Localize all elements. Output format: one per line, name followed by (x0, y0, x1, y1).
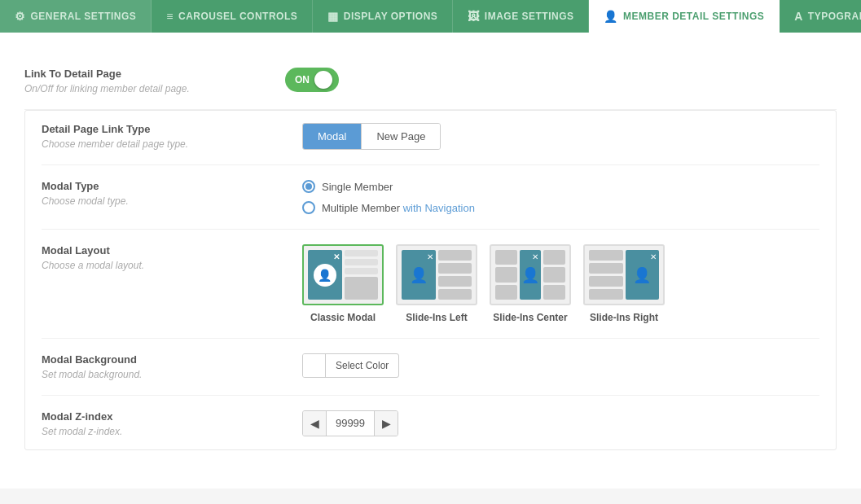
tab-display[interactable]: ▦ DISPLAY OPTIONS (313, 0, 453, 33)
right-person-icon: 👤 (633, 266, 651, 284)
slide-bar-1 (438, 250, 472, 261)
single-member-radio[interactable]: Single Member (302, 180, 475, 193)
right-main-panel: 👤 ✕ (626, 250, 660, 300)
center-close-icon: ✕ (532, 252, 538, 261)
classic-main-panel: 👤 ✕ (308, 250, 342, 300)
classic-close-icon: ✕ (333, 252, 340, 261)
center-right-bar-3 (543, 285, 565, 300)
detail-section-box: Detail Page Link Type Choose member deta… (24, 110, 837, 450)
slide-right-preview: 👤 ✕ (583, 244, 665, 305)
center-left-bar-1 (495, 250, 517, 265)
classic-side-bar-2 (345, 259, 379, 265)
modal-background-row: Modal Background Set modal background. S… (42, 339, 819, 396)
color-picker-button[interactable]: Select Color (302, 353, 399, 378)
modal-type-label: Modal Type Choose modal type. (42, 180, 302, 207)
slide-center-inner: 👤 ✕ (491, 246, 569, 304)
slide-left-person-icon: 👤 (410, 266, 428, 284)
classic-side-bar-3 (345, 268, 379, 274)
zindex-decrement-button[interactable]: ◀ (303, 411, 326, 436)
slide-left-card[interactable]: 👤 ✕ Slide-Ins (396, 244, 477, 323)
modal-zindex-control: ◀ 99999 ▶ (302, 410, 819, 436)
slide-left-close-icon: ✕ (427, 252, 433, 261)
classic-modal-grid: 👤 ✕ (304, 246, 382, 304)
link-to-detail-control: ON (285, 68, 837, 92)
tab-general[interactable]: ⚙ GENERAL SETTINGS (0, 0, 152, 33)
center-person-icon: 👤 (521, 266, 539, 284)
right-bar-2 (589, 263, 623, 274)
slide-right-card[interactable]: 👤 ✕ Slide-Ins Right (583, 244, 665, 323)
gear-icon: ⚙ (15, 10, 26, 23)
classic-cell (345, 277, 379, 300)
center-right-bar-1 (543, 250, 565, 265)
slide-center-preview: 👤 ✕ (490, 244, 571, 305)
carousel-icon: ≡ (166, 10, 174, 23)
center-right-bar-2 (543, 267, 565, 282)
modal-zindex-label: Modal Z-index Set modal z-index. (42, 410, 302, 437)
link-to-detail-row: Link To Detail Page On/Off for linking m… (24, 53, 837, 110)
modal-background-label: Modal Background Set modal background. (42, 353, 302, 380)
link-to-detail-label: Link To Detail Page On/Off for linking m… (24, 68, 285, 94)
modal-type-radio-group: Single Member Multiple Member with Navig… (302, 180, 475, 214)
slide-left-inner: 👤 ✕ (398, 246, 476, 304)
layout-cards: 👤 ✕ Classic Moda (302, 244, 665, 323)
modal-layout-control: 👤 ✕ Classic Moda (302, 244, 819, 323)
right-left-col (589, 250, 623, 300)
slide-bar-3 (438, 276, 472, 287)
member-icon: 👤 (604, 10, 618, 23)
zindex-value: 99999 (326, 411, 375, 436)
page-link-type-button-group: Modal New Page (302, 123, 441, 150)
zindex-increment-button[interactable]: ▶ (375, 411, 398, 436)
single-member-radio-input (302, 180, 315, 193)
classic-modal-card[interactable]: 👤 ✕ Classic Moda (302, 244, 384, 323)
tab-image[interactable]: 🖼 IMAGE SETTINGS (453, 0, 589, 33)
modal-zindex-row: Modal Z-index Set modal z-index. ◀ 99999… (42, 396, 819, 437)
tab-member[interactable]: 👤 MEMBER DETAIL SETTINGS (589, 0, 780, 33)
classic-side-bar-1 (345, 250, 379, 256)
slide-bar-2 (438, 263, 472, 274)
new-page-button[interactable]: New Page (362, 124, 440, 149)
multiple-member-radio-input (302, 201, 315, 214)
modal-type-row: Modal Type Choose modal type. Single Mem… (42, 165, 819, 230)
classic-modal-preview: 👤 ✕ (302, 244, 384, 305)
detail-page-link-type-label: Detail Page Link Type Choose member deta… (42, 123, 302, 150)
modal-background-control: Select Color (302, 353, 819, 378)
settings-content: Link To Detail Page On/Off for linking m… (0, 33, 861, 489)
zindex-stepper: ◀ 99999 ▶ (302, 410, 398, 436)
link-to-detail-toggle[interactable]: ON (285, 68, 339, 92)
center-right-col (543, 250, 565, 300)
modal-type-control: Single Member Multiple Member with Navig… (302, 180, 819, 214)
modal-button[interactable]: Modal (303, 124, 362, 149)
classic-side-panel (345, 250, 379, 274)
modal-layout-label: Modal Layout Choose a modal layout. (42, 244, 302, 271)
center-left-col (495, 250, 517, 300)
center-left-bar-2 (495, 267, 517, 282)
typography-icon: A (794, 10, 803, 23)
toggle-knob (314, 71, 332, 89)
right-bar-3 (589, 276, 623, 287)
center-left-bar-3 (495, 285, 517, 300)
slide-left-panel: 👤 ✕ (402, 250, 436, 300)
tab-typography[interactable]: A TYPOGRAPHY (780, 0, 861, 33)
detail-page-link-type-row: Detail Page Link Type Choose member deta… (42, 123, 819, 165)
right-close-icon: ✕ (650, 252, 657, 261)
right-bar-1 (589, 250, 623, 261)
tab-carousel[interactable]: ≡ CAROUSEL CONTROLS (152, 0, 313, 33)
slide-center-card[interactable]: 👤 ✕ Slide-Ins Center (490, 244, 571, 323)
slide-right-inner: 👤 ✕ (585, 246, 663, 304)
color-swatch (303, 354, 326, 377)
right-bar-4 (589, 289, 623, 300)
detail-page-link-type-control: Modal New Page (302, 123, 819, 150)
slide-bar-4 (438, 289, 472, 300)
image-icon: 🖼 (468, 10, 480, 23)
multiple-member-radio[interactable]: Multiple Member with Navigation (302, 201, 475, 214)
tabs-bar: ⚙ GENERAL SETTINGS ≡ CAROUSEL CONTROLS ▦… (0, 0, 861, 33)
display-icon: ▦ (327, 10, 339, 23)
classic-person-icon: 👤 (314, 264, 336, 287)
slide-right-panel (438, 250, 472, 300)
slide-left-preview: 👤 ✕ (396, 244, 477, 305)
modal-layout-row: Modal Layout Choose a modal layout. 👤 ✕ (42, 230, 819, 339)
center-main-panel: 👤 ✕ (520, 250, 542, 300)
